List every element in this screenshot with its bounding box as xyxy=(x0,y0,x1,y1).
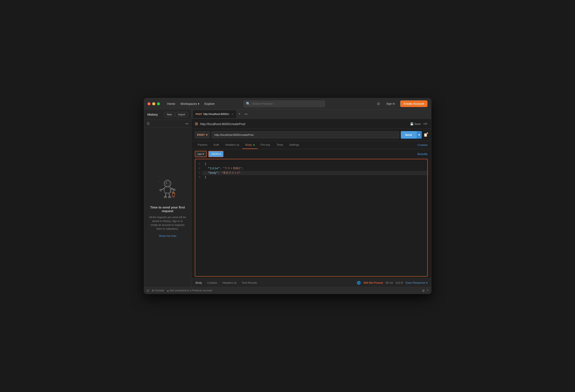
svg-point-18 xyxy=(162,179,162,180)
cookies-link[interactable]: Cookies xyxy=(418,143,428,147)
svg-point-17 xyxy=(176,180,176,181)
settings-icon[interactable]: ⚙ xyxy=(376,101,381,107)
maximize-button[interactable] xyxy=(157,102,160,105)
copy-link-icon[interactable]: 📋 xyxy=(423,133,428,137)
body-dot-badge xyxy=(253,144,255,146)
json-dropdown-icon: ▾ xyxy=(219,152,221,156)
save-button[interactable]: 💾 Save xyxy=(410,122,421,125)
nav-workspaces[interactable]: Workspaces ▾ xyxy=(178,101,201,107)
url-input[interactable] xyxy=(212,131,399,138)
content-area: POST http://localhost:8000/cr ✕ + ••• ⊞ … xyxy=(192,109,431,287)
svg-point-1 xyxy=(165,181,170,186)
params-tab[interactable]: Params xyxy=(195,141,211,149)
empty-state-desc: All the requests you send will be stored… xyxy=(148,215,187,231)
svg-rect-3 xyxy=(164,187,171,193)
import-button[interactable]: Import xyxy=(175,112,188,117)
main-layout: History New Import ☰ ••• xyxy=(144,109,431,287)
show-me-how-link[interactable]: Show me how xyxy=(159,234,176,237)
code-line-2: "title": "テスト投稿1", xyxy=(202,166,427,171)
code-editor[interactable]: 1 2 3 4 { "title": "テスト投稿1", "b xyxy=(195,159,428,277)
console-button[interactable]: 🖥 Console xyxy=(151,289,164,292)
save-icon: 💾 xyxy=(410,122,413,125)
globe-icon: 🌐 xyxy=(357,281,361,285)
headers-tab[interactable]: Headers (8) xyxy=(222,141,242,149)
tab-method: POST xyxy=(196,113,202,115)
save-response-dropdown-icon: ▾ xyxy=(426,281,428,284)
nav-home[interactable]: Home xyxy=(165,101,177,107)
method-label: POST xyxy=(197,133,205,137)
search-input[interactable] xyxy=(252,102,323,105)
add-tab-button[interactable]: + xyxy=(237,112,242,116)
cloud-status: ☁ Not connected to a Postman account xyxy=(167,289,212,292)
method-selector[interactable]: POST ▾ xyxy=(195,131,210,138)
request-panel: ⊞ http://localhost:8000/createPost 💾 Sav… xyxy=(192,119,431,129)
nav-explore[interactable]: Explore xyxy=(202,101,217,107)
help-icon[interactable]: ? xyxy=(427,289,429,292)
prereq-tab[interactable]: Pre-req. xyxy=(258,141,274,149)
tab-0[interactable]: POST http://localhost:8000/cr ✕ xyxy=(193,110,236,118)
more-tabs-icon[interactable]: ••• xyxy=(243,112,249,116)
sidebar-toolbar: ☰ ••• xyxy=(144,120,191,128)
tab-close-icon[interactable]: ✕ xyxy=(231,113,234,116)
titlebar-right: ⚙ Sign In Create Account xyxy=(376,100,428,107)
response-tabs-bar: Body Cookies Headers (8) Test Results 🌐 … xyxy=(192,278,431,287)
body-tab[interactable]: Body xyxy=(242,141,257,149)
code-snippet-icon[interactable]: </> xyxy=(423,122,428,125)
titlebar: Home Workspaces ▾ Explore 🔍 ⚙ Sign In Cr… xyxy=(144,98,431,109)
code-lines: 1 2 3 4 { "title": "テスト投稿1", "b xyxy=(195,159,427,276)
close-button[interactable] xyxy=(147,102,150,105)
body-toolbar: raw ▾ JSON ▾ Beautify xyxy=(192,149,431,159)
more-options-icon[interactable]: ••• xyxy=(185,122,189,125)
statusbar-left: ⊡ 🖥 Console ☁ Not connected to a Postman… xyxy=(147,289,212,292)
statusbar: ⊡ 🖥 Console ☁ Not connected to a Postman… xyxy=(144,287,431,294)
expand-icon[interactable]: ⊞ xyxy=(422,289,425,292)
filter-icon[interactable]: ☰ xyxy=(147,122,150,126)
send-button[interactable]: Send xyxy=(401,131,416,138)
tests-tab[interactable]: Tests xyxy=(274,141,286,149)
response-size: 412 B xyxy=(396,281,403,284)
headers-count-badge: (8) xyxy=(237,143,239,146)
search-icon: 🔍 xyxy=(246,102,250,106)
astronaut-illustration xyxy=(155,177,180,203)
minimize-button[interactable] xyxy=(152,102,155,105)
response-headers-badge: (8) xyxy=(234,281,237,284)
cloud-icon: ☁ xyxy=(167,289,169,292)
settings-tab[interactable]: Settings xyxy=(286,141,302,149)
raw-dropdown-icon: ▾ xyxy=(203,152,204,156)
notification-dot xyxy=(427,132,428,134)
response-headers-tab[interactable]: Headers (8) xyxy=(221,281,237,284)
svg-line-14 xyxy=(173,196,173,198)
raw-type-button[interactable]: raw ▾ xyxy=(195,151,207,157)
sidebar-content: Time to send your first request All the … xyxy=(144,128,191,287)
signin-button[interactable]: Sign In xyxy=(383,101,398,107)
svg-point-12 xyxy=(172,192,175,196)
response-body-tab[interactable]: Body xyxy=(195,281,203,284)
line-numbers: 1 2 3 4 xyxy=(195,159,202,276)
save-response-button[interactable]: Save Response ▾ xyxy=(406,281,428,284)
send-dropdown[interactable]: ▾ xyxy=(416,131,422,138)
layout-icon[interactable]: ⊡ xyxy=(147,289,149,292)
url-bar: POST ▾ Send ▾ 📋 xyxy=(192,129,431,141)
sidebar-header: History New Import xyxy=(144,109,191,120)
auth-tab[interactable]: Auth xyxy=(210,141,222,149)
panel-actions: 💾 Save </> xyxy=(410,122,428,125)
test-results-tab[interactable]: Test Results xyxy=(241,281,258,284)
method-dropdown-icon: ▾ xyxy=(206,133,208,137)
nav-links: Home Workspaces ▾ Explore xyxy=(165,101,217,107)
response-time: 38 ms xyxy=(385,281,393,284)
statusbar-right: ⊞ ? xyxy=(422,289,429,292)
app-window: Home Workspaces ▾ Explore 🔍 ⚙ Sign In Cr… xyxy=(144,98,431,294)
sidebar-actions: New Import xyxy=(164,112,188,117)
send-dropdown-icon: ▾ xyxy=(418,133,420,137)
console-icon: 🖥 xyxy=(151,289,154,292)
empty-state: Time to send your first request All the … xyxy=(148,177,187,237)
svg-point-16 xyxy=(159,181,159,182)
response-cookies-tab[interactable]: Cookies xyxy=(206,281,218,284)
beautify-button[interactable]: Beautify xyxy=(418,152,428,156)
create-account-button[interactable]: Create Account xyxy=(400,100,428,107)
empty-state-title: Time to send your first request xyxy=(148,206,187,213)
json-format-button[interactable]: JSON ▾ xyxy=(208,151,223,157)
search-bar[interactable]: 🔍 xyxy=(243,100,325,107)
new-button[interactable]: New xyxy=(164,112,174,117)
code-line-3: "body": "本文テスト1" xyxy=(202,171,427,175)
